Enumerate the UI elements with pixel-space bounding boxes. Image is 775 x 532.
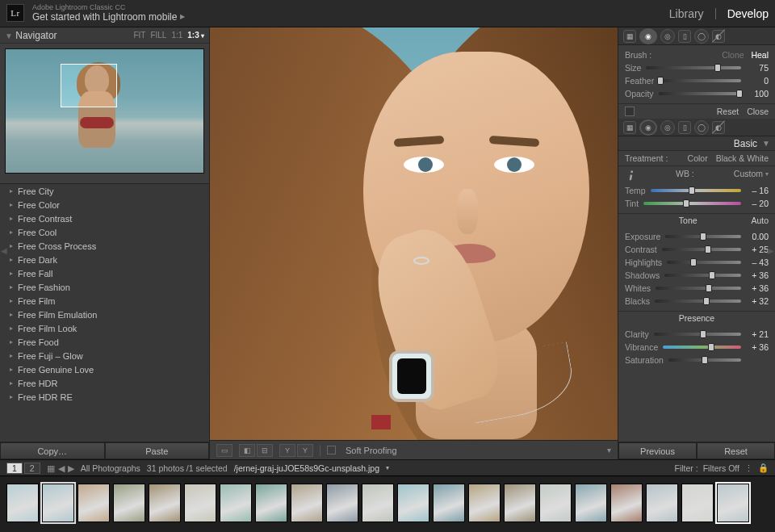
highlights-value[interactable]: – 43 (746, 258, 769, 267)
crop-tool-icon-2[interactable]: ▦ (623, 121, 636, 134)
brush-close-link[interactable]: Close (747, 107, 769, 116)
collection-name[interactable]: All Photographs (81, 463, 140, 473)
tint-value[interactable]: – 20 (746, 199, 769, 208)
preset-item[interactable]: Free Genuine Love (0, 362, 209, 376)
temp-slider[interactable] (651, 189, 741, 192)
filmstrip-thumb[interactable] (681, 484, 714, 522)
redeye-tool-icon[interactable]: ◎ (660, 29, 675, 44)
filmstrip[interactable] (0, 475, 775, 529)
previous-button[interactable]: Previous (618, 442, 697, 459)
preset-item[interactable]: Free City (0, 184, 209, 198)
reset-button[interactable]: Reset (697, 442, 775, 459)
preset-item[interactable]: Free Cool (0, 225, 209, 239)
preset-item[interactable]: Free Fashion (0, 280, 209, 294)
whites-value[interactable]: + 36 (746, 283, 769, 293)
temp-value[interactable]: – 16 (746, 186, 769, 195)
clarity-value[interactable]: + 21 (746, 329, 769, 339)
yy-right-button[interactable]: Y (297, 444, 313, 457)
filmstrip-thumb[interactable] (717, 484, 749, 522)
filmstrip-thumb[interactable] (149, 484, 181, 522)
soft-proofing-checkbox[interactable] (327, 446, 336, 455)
preset-item[interactable]: Free Cross Process (0, 239, 209, 253)
tone-auto-link[interactable]: Auto (751, 216, 769, 225)
nav-mode-ratio[interactable]: 1:3 (187, 31, 204, 40)
module-develop[interactable]: Develop (727, 7, 769, 20)
wb-eyedropper-icon[interactable] (622, 165, 638, 181)
tool-overlay-toggle[interactable] (625, 107, 635, 116)
preset-item[interactable]: Free Contrast (0, 212, 209, 225)
opacity-value[interactable]: 100 (746, 89, 769, 98)
preset-item[interactable]: Free Fuji – Glow (0, 349, 209, 362)
clarity-slider[interactable] (654, 333, 741, 336)
feather-value[interactable]: 0 (746, 76, 769, 86)
preset-item[interactable]: Free Film Look (0, 321, 209, 335)
graduated-filter-icon[interactable]: ▯ (678, 30, 691, 43)
size-value[interactable]: 75 (746, 63, 769, 73)
navigator-crop-rect[interactable] (61, 64, 117, 107)
filmstrip-thumb[interactable] (255, 484, 287, 522)
exposure-value[interactable]: 0.00 (746, 232, 769, 241)
saturation-slider[interactable] (668, 358, 741, 362)
filmstrip-thumb[interactable] (184, 484, 216, 522)
opacity-slider[interactable] (659, 92, 741, 95)
forward-icon[interactable]: ▶ (68, 463, 74, 473)
wb-dropdown[interactable]: Custom (734, 169, 763, 178)
filter-menu-icon[interactable]: ⋮ (744, 463, 753, 473)
filter-value[interactable]: Filters Off (703, 463, 739, 473)
whites-slider[interactable] (656, 287, 741, 290)
copy-button[interactable]: Copy… (0, 442, 105, 459)
filmstrip-thumb[interactable] (539, 484, 572, 522)
filmstrip-thumb[interactable] (362, 484, 394, 522)
preset-item[interactable]: Free Dark (0, 253, 209, 266)
paste-button[interactable]: Paste (105, 442, 210, 459)
nav-mode-fit[interactable]: FIT (133, 31, 145, 40)
filmstrip-thumb[interactable] (646, 484, 678, 522)
filmstrip-thumb[interactable] (291, 484, 323, 522)
filmstrip-thumb[interactable] (220, 484, 252, 522)
preset-item[interactable]: Free HDR RE (0, 390, 209, 404)
preset-item[interactable]: Free Film Emulation (0, 308, 209, 321)
radial-filter-icon[interactable]: ◯ (694, 29, 709, 44)
size-slider[interactable] (646, 66, 741, 69)
brush-reset-link[interactable]: Reset (717, 107, 739, 116)
filmstrip-thumb[interactable] (326, 484, 358, 522)
radial-filter-icon-2[interactable]: ◯ (694, 120, 709, 135)
display-1[interactable]: 1 (6, 463, 23, 474)
treatment-color[interactable]: Color (688, 153, 708, 163)
contrast-slider[interactable] (662, 248, 741, 251)
navigator-header[interactable]: ▼ Navigator FIT FILL 1:1 1:3 (0, 27, 209, 44)
yy-left-button[interactable]: Y (279, 444, 295, 457)
brush-mode-clone[interactable]: Clone (722, 50, 744, 60)
vibrance-slider[interactable] (663, 346, 741, 349)
contrast-value[interactable]: + 25 (746, 245, 769, 254)
spot-removal-tool-icon-2[interactable]: ◉ (639, 119, 657, 136)
toolbar-more-chevron-icon[interactable]: ▾ (607, 446, 611, 455)
loupe-view-button[interactable]: ▭ (216, 444, 232, 457)
left-panel-collapse-icon[interactable]: ◀ (0, 242, 8, 258)
preset-item[interactable]: Free Film (0, 294, 209, 308)
preset-item[interactable]: Free Food (0, 335, 209, 349)
before-after-lr-button[interactable]: ◧ (239, 444, 255, 457)
redeye-tool-icon-2[interactable]: ◎ (660, 120, 675, 135)
highlights-slider[interactable] (667, 261, 741, 264)
spot-removal-tool-icon[interactable]: ◉ (639, 28, 657, 44)
graduated-filter-icon-2[interactable]: ▯ (678, 121, 691, 134)
nav-mode-fill[interactable]: FILL (150, 31, 166, 40)
display-2[interactable]: 2 (24, 463, 40, 474)
filmstrip-thumb[interactable] (468, 484, 501, 522)
right-panel-collapse-icon[interactable]: ▶ (767, 242, 775, 258)
treatment-bw[interactable]: Black & White (716, 153, 769, 163)
basic-section-header[interactable]: Basic ▼ (618, 136, 775, 151)
blacks-slider[interactable] (655, 300, 741, 303)
filter-lock-icon[interactable]: 🔒 (758, 463, 769, 473)
back-icon[interactable]: ◀ (58, 463, 65, 473)
before-after-tb-button[interactable]: ⊟ (257, 444, 273, 457)
filmstrip-thumb[interactable] (397, 484, 429, 522)
filmstrip-thumb[interactable] (433, 484, 465, 522)
adjustment-brush-icon-2[interactable]: ◐ (712, 121, 725, 134)
shadows-value[interactable]: + 36 (746, 270, 769, 280)
filmstrip-thumb[interactable] (6, 484, 39, 522)
shadows-slider[interactable] (664, 274, 741, 277)
tint-slider[interactable] (643, 202, 741, 205)
preset-item[interactable]: Free Color (0, 198, 209, 212)
